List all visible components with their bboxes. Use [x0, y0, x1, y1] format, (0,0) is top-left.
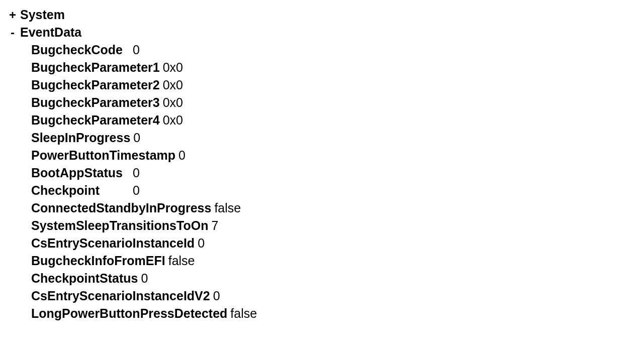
event-property-name: BugcheckParameter2 [31, 76, 160, 94]
event-property-row: CsEntryScenarioInstanceId0 [31, 234, 636, 252]
event-property-row: LongPowerButtonPressDetectedfalse [31, 305, 636, 322]
event-property-row: SleepInProgress0 [31, 129, 636, 147]
event-property-value: 0 [178, 147, 186, 164]
event-property-name: BugcheckParameter4 [31, 111, 160, 129]
event-property-name: CsEntryScenarioInstanceId [31, 234, 195, 252]
event-property-name: SystemSleepTransitionsToOn [31, 217, 208, 234]
event-property-name: BugcheckCode [31, 41, 130, 59]
tree-node-eventdata[interactable]: - EventData [8, 24, 636, 41]
event-property-value: 0 [133, 129, 140, 147]
tree-node-label: EventData [20, 24, 81, 41]
event-property-value: false [230, 305, 257, 322]
event-property-name: LongPowerButtonPressDetected [31, 305, 227, 322]
event-property-value: 0 [198, 234, 205, 252]
event-property-name: Checkpoint [31, 182, 130, 199]
expand-icon[interactable]: + [8, 7, 17, 24]
event-property-name: PowerButtonTimestamp [31, 147, 175, 164]
event-property-row: Checkpoint0 [31, 182, 636, 199]
event-property-row: PowerButtonTimestamp0 [31, 147, 636, 164]
event-property-row: BugcheckParameter30x0 [31, 94, 636, 111]
event-property-name: BugcheckInfoFromEFI [31, 252, 165, 270]
event-property-value: false [214, 199, 241, 217]
event-property-value: 0 [133, 164, 140, 182]
event-property-value: 7 [211, 217, 218, 234]
event-property-row: BugcheckParameter40x0 [31, 111, 636, 129]
event-property-row: BugcheckParameter20x0 [31, 76, 636, 94]
event-property-name: BugcheckParameter3 [31, 94, 160, 111]
tree-node-system[interactable]: + System [8, 6, 636, 24]
eventdata-children: BugcheckCode0BugcheckParameter10x0Bugche… [8, 41, 636, 322]
event-property-row: SystemSleepTransitionsToOn7 [31, 217, 636, 234]
event-property-value: false [168, 252, 195, 270]
event-property-value: 0 [213, 287, 220, 305]
event-property-value: 0x0 [163, 111, 183, 129]
event-property-row: BootAppStatus0 [31, 164, 636, 182]
event-property-value: 0x0 [163, 94, 183, 111]
event-property-row: CsEntryScenarioInstanceIdV20 [31, 287, 636, 305]
event-property-value: 0 [141, 270, 148, 287]
event-property-value: 0 [133, 182, 140, 199]
event-property-value: 0x0 [163, 59, 183, 76]
event-property-name: BugcheckParameter1 [31, 59, 160, 76]
event-property-row: BugcheckInfoFromEFIfalse [31, 252, 636, 270]
event-property-value: 0x0 [163, 76, 183, 94]
event-property-row: BugcheckParameter10x0 [31, 59, 636, 76]
event-property-name: SleepInProgress [31, 129, 130, 147]
event-property-name: CheckpointStatus [31, 270, 138, 287]
event-property-name: ConnectedStandbyInProgress [31, 199, 211, 217]
event-property-value: 0 [133, 41, 140, 59]
event-property-row: ConnectedStandbyInProgressfalse [31, 199, 636, 217]
event-property-row: CheckpointStatus0 [31, 270, 636, 287]
tree-node-label: System [20, 6, 65, 24]
event-property-row: BugcheckCode0 [31, 41, 636, 59]
event-property-name: BootAppStatus [31, 164, 130, 182]
event-property-name: CsEntryScenarioInstanceIdV2 [31, 287, 210, 305]
collapse-icon[interactable]: - [8, 24, 17, 41]
